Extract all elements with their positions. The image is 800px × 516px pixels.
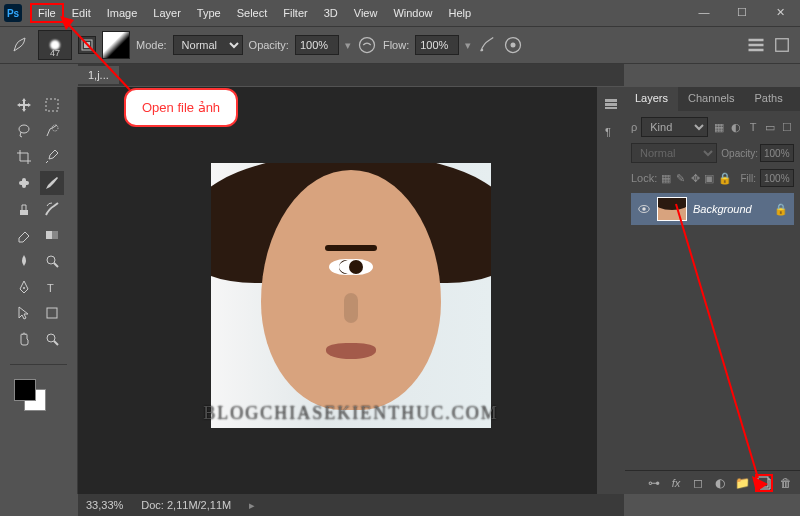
filter-pixel-icon[interactable]: ▦	[712, 120, 726, 134]
filter-shape-icon[interactable]: ▭	[763, 120, 777, 134]
menu-filter[interactable]: Filter	[275, 3, 315, 23]
menu-type[interactable]: Type	[189, 3, 229, 23]
window-minimize-button[interactable]: —	[690, 4, 718, 20]
menu-view[interactable]: View	[346, 3, 386, 23]
document-tab[interactable]: 1,j...	[78, 66, 119, 84]
svg-rect-23	[605, 99, 617, 102]
path-select-tool[interactable]	[12, 301, 36, 325]
eyedropper-tool[interactable]	[40, 145, 64, 169]
lock-position-icon[interactable]: ✥	[690, 171, 700, 185]
new-layer-icon[interactable]	[756, 475, 772, 491]
history-brush-tool[interactable]	[40, 197, 64, 221]
layer-opacity-input[interactable]	[760, 144, 794, 162]
search-icon: ρ	[631, 121, 637, 133]
svg-point-3	[481, 49, 484, 52]
layer-row-background[interactable]: Background 🔒	[631, 193, 794, 225]
document-canvas[interactable]	[211, 163, 491, 428]
pen-tool[interactable]	[12, 275, 36, 299]
menu-layer[interactable]: Layer	[145, 3, 189, 23]
window-maximize-button[interactable]: ☐	[728, 4, 756, 20]
filter-type-icon[interactable]: T	[746, 120, 760, 134]
brush-preset-picker[interactable]: 47	[38, 30, 72, 60]
svg-rect-1	[84, 42, 90, 48]
visibility-toggle-icon[interactable]	[637, 202, 651, 216]
align-icon[interactable]	[746, 35, 766, 55]
layer-name-label[interactable]: Background	[693, 203, 768, 215]
3d-mode-icon[interactable]	[772, 35, 792, 55]
svg-rect-10	[46, 99, 58, 111]
collapsed-panel-icon-1[interactable]	[600, 93, 622, 115]
brush-tool[interactable]	[40, 171, 64, 195]
layer-thumbnail[interactable]	[657, 197, 687, 221]
blur-tool[interactable]	[12, 249, 36, 273]
lasso-tool[interactable]	[12, 119, 36, 143]
flow-input[interactable]	[415, 35, 459, 55]
pressure-opacity-icon[interactable]	[357, 35, 377, 55]
layer-mask-icon[interactable]: ◻	[690, 475, 706, 491]
filter-smart-icon[interactable]: ☐	[780, 120, 794, 134]
svg-point-2	[359, 38, 374, 53]
color-swatches[interactable]	[14, 379, 46, 411]
svg-rect-8	[749, 49, 764, 52]
tab-paths[interactable]: Paths	[745, 87, 793, 111]
svg-point-22	[47, 334, 55, 342]
blend-mode-select[interactable]: Normal	[173, 35, 243, 55]
foreground-color-swatch[interactable]	[14, 379, 36, 401]
menu-3d[interactable]: 3D	[316, 3, 346, 23]
brush-tip-icon[interactable]	[102, 31, 130, 59]
spot-heal-tool[interactable]	[12, 171, 36, 195]
layer-style-icon[interactable]: fx	[668, 475, 684, 491]
marquee-tool[interactable]	[40, 93, 64, 117]
svg-rect-29	[758, 477, 768, 487]
delete-layer-icon[interactable]: 🗑	[778, 475, 794, 491]
quick-select-tool[interactable]	[40, 119, 64, 143]
menu-image[interactable]: Image	[99, 3, 146, 23]
opacity-label: Opacity:	[249, 39, 289, 51]
layer-filter-select[interactable]: Kind	[641, 117, 708, 137]
annotation-callout: Open file ảnh	[124, 88, 238, 127]
filter-adjust-icon[interactable]: ◐	[729, 120, 743, 134]
group-icon[interactable]: 📁	[734, 475, 750, 491]
current-tool-icon[interactable]	[8, 33, 32, 57]
menu-window[interactable]: Window	[385, 3, 440, 23]
collapsed-panel-icon-2[interactable]: ¶	[600, 121, 622, 143]
adjustment-layer-icon[interactable]: ◐	[712, 475, 728, 491]
crop-tool[interactable]	[12, 145, 36, 169]
gradient-tool[interactable]	[40, 223, 64, 247]
pressure-size-icon[interactable]	[503, 35, 523, 55]
menu-edit[interactable]: Edit	[64, 3, 99, 23]
lock-paint-icon[interactable]: ✎	[676, 171, 686, 185]
svg-point-11	[19, 125, 29, 133]
dodge-tool[interactable]	[40, 249, 64, 273]
lock-artboard-icon[interactable]: ▣	[704, 171, 714, 185]
eraser-tool[interactable]	[12, 223, 36, 247]
zoom-level-label[interactable]: 33,33%	[86, 499, 123, 511]
hand-tool[interactable]	[12, 327, 36, 351]
menu-help[interactable]: Help	[441, 3, 480, 23]
shape-tool[interactable]	[40, 301, 64, 325]
window-close-button[interactable]: ✕	[766, 4, 794, 20]
tab-layers[interactable]: Layers	[625, 87, 678, 111]
layer-opacity-label: Opacity:	[721, 148, 758, 159]
svg-rect-17	[46, 231, 52, 239]
canvas-area[interactable]: BLOGCHIASEKIENTHUC.COM	[78, 87, 624, 494]
clone-stamp-tool[interactable]	[12, 197, 36, 221]
menu-file[interactable]: File	[30, 3, 64, 23]
lock-pixels-icon[interactable]: ▦	[661, 171, 671, 185]
fill-input[interactable]	[760, 169, 794, 187]
brush-size-label: 47	[50, 48, 60, 58]
tab-channels[interactable]: Channels	[678, 87, 744, 111]
svg-text:T: T	[47, 282, 54, 294]
opacity-input[interactable]	[295, 35, 339, 55]
doc-info-label[interactable]: Doc: 2,11M/2,11M	[141, 499, 231, 511]
lock-all-icon[interactable]: 🔒	[718, 171, 732, 185]
menu-select[interactable]: Select	[229, 3, 276, 23]
move-tool[interactable]	[12, 93, 36, 117]
type-tool[interactable]: T	[40, 275, 64, 299]
svg-point-28	[642, 207, 646, 211]
toggle-brush-panel-button[interactable]	[78, 36, 96, 54]
zoom-tool[interactable]	[40, 327, 64, 351]
link-layers-icon[interactable]: ⊶	[646, 475, 662, 491]
layer-blend-select[interactable]: Normal	[631, 143, 717, 163]
airbrush-icon[interactable]	[477, 35, 497, 55]
